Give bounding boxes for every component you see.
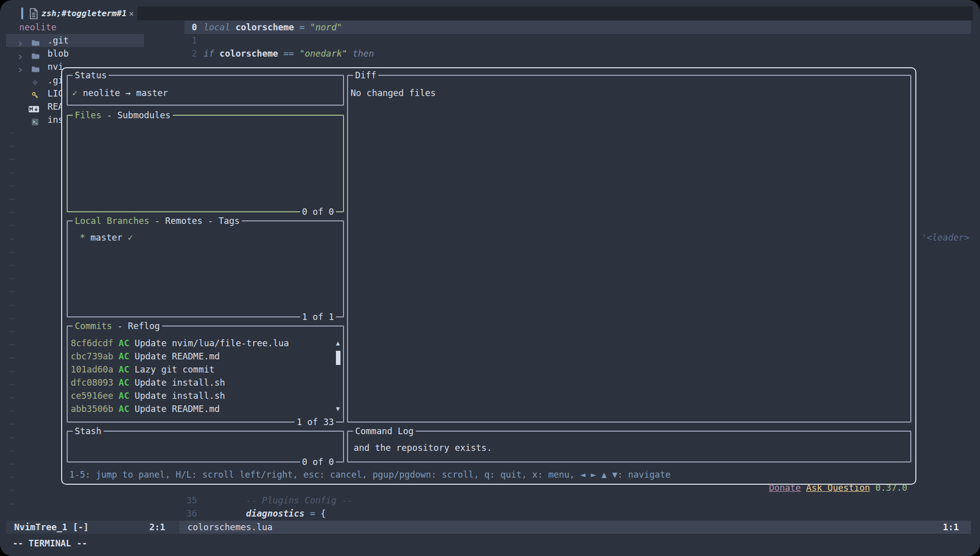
tree-item-git[interactable]: .git (0, 34, 182, 47)
commit-spacer (129, 351, 135, 361)
check-icon: ✓ (72, 88, 78, 98)
commit-row[interactable]: 101ad60a AC Lazy git commit (71, 363, 215, 376)
empty-line-tilde: ~ (9, 418, 15, 431)
command-log-panel[interactable]: Command Log and the repository exists. (347, 431, 911, 462)
code-token: = (305, 508, 321, 519)
line-number: 1 (172, 34, 197, 47)
code-token: = (294, 22, 310, 32)
diff-panel[interactable]: Diff No changed files (347, 75, 911, 423)
commit-spacer (129, 404, 135, 414)
line-number: 36 (172, 507, 197, 520)
mode-indicator: -- TERMINAL -- (13, 537, 87, 550)
empty-line-tilde: ~ (9, 457, 15, 471)
files-panel-title: Files - Submodules (73, 109, 173, 122)
code-token: if (204, 49, 220, 59)
code-token: diagnostics (246, 508, 305, 519)
tree-item-label: .git (47, 34, 69, 47)
tab-title[interactable]: zsh;#toggleterm#1 (41, 7, 127, 20)
app-window: zsh;#toggleterm#1 × neolite.gitblobnvi.g… (0, 0, 980, 556)
empty-line-tilde: ~ (9, 431, 15, 444)
commit-spacer (113, 404, 119, 414)
status-panel-title: Status (73, 69, 109, 82)
commit-message: Update README.md (134, 351, 220, 361)
empty-line-tilde: ~ (9, 497, 15, 511)
code-line: diagnostics = { (246, 507, 326, 520)
code-token: "onedark" (300, 49, 348, 59)
empty-line-tilde: ~ (9, 233, 15, 246)
empty-line-tilde: ~ (9, 193, 15, 206)
statusline-tree-cursor-pos: 2:1 (149, 521, 165, 534)
commits-scrollbar-thumb[interactable] (336, 351, 340, 365)
status-panel[interactable]: Status ✓ neolite → master (67, 75, 344, 106)
branch-row[interactable]: * master ✓ (80, 231, 133, 244)
empty-line-tilde: ~ (9, 246, 15, 259)
line-number: 0 (172, 21, 197, 34)
commit-author-flags: AC (119, 364, 129, 375)
donate-link[interactable]: Donate (769, 483, 801, 493)
diff-panel-title: Diff (353, 69, 378, 82)
scroll-up-icon[interactable]: ▲ (334, 337, 341, 350)
command-log-message: and the repository exists. (354, 441, 492, 454)
commit-message: Update install.sh (134, 391, 225, 401)
commit-row[interactable]: 8cf6dcdf AC Update nvim/lua/file-tree.lu… (71, 337, 289, 350)
statusline-file-pos: 1:1 (943, 521, 959, 534)
empty-line-tilde: ~ (9, 206, 15, 219)
commit-row[interactable]: dfc08093 AC Update install.sh (71, 376, 225, 389)
commit-author-flags: AC (119, 391, 129, 401)
version-label: 0.37.0 (875, 483, 907, 493)
empty-line-tilde: ~ (9, 312, 15, 325)
files-count: 0 of 0 (300, 205, 336, 218)
commits-panel-title: Commits - Reflog (73, 319, 162, 333)
commits-panel[interactable]: Commits - Reflog ▲ ▼ 1 of 33 8cf6dcdf AC… (67, 326, 344, 423)
commit-spacer (113, 378, 119, 388)
editor-overflow-text: '<leader> (921, 231, 969, 244)
files-panel[interactable]: Files - Submodules 0 of 0 (67, 115, 344, 212)
commit-spacer (129, 338, 135, 348)
empty-line-tilde: ~ (9, 378, 15, 391)
code-line: -- Plugins Config -- (246, 494, 353, 507)
neovim-frame: zsh;#toggleterm#1 × neolite.gitblobnvi.g… (0, 0, 980, 556)
empty-line-tilde: ~ (9, 166, 15, 179)
commit-message: Update nvim/lua/file-tree.lua (134, 338, 289, 348)
commit-author-flags: AC (119, 338, 129, 348)
stash-panel-title: Stash (73, 425, 104, 438)
tree-root[interactable]: neolite (0, 21, 182, 34)
commit-hash: 8cf6dcdf (71, 338, 113, 348)
stash-panel[interactable]: Stash 0 of 0 (67, 431, 344, 462)
close-icon[interactable]: × (129, 7, 134, 20)
commit-spacer (113, 364, 119, 375)
line-number: 2 (172, 47, 197, 60)
commit-row[interactable]: abb3506b AC Update README.md (71, 402, 220, 415)
statusline-buffer-name: NvimTree_1 [-] (14, 521, 89, 534)
empty-line-tilde: ~ (9, 484, 15, 497)
empty-line-tilde: ~ (9, 272, 15, 285)
branches-panel[interactable]: Local Branches - Remotes - Tags * master… (67, 220, 344, 317)
commit-row[interactable]: ce5916ee AC Update install.sh (71, 389, 225, 402)
empty-line-tilde: ~ (9, 126, 15, 140)
code-token: colorscheme (220, 49, 278, 59)
empty-line-tilde: ~ (9, 404, 15, 418)
code-token: { (321, 508, 326, 519)
code-line: local colorscheme = "nord" (204, 21, 342, 34)
ask-question-link[interactable]: Ask Question (806, 483, 870, 493)
empty-line-tilde: ~ (9, 351, 15, 364)
commit-hash: dfc08093 (71, 378, 113, 388)
branches-panel-title: Local Branches - Remotes - Tags (73, 214, 242, 227)
commit-author-flags: AC (119, 351, 129, 361)
commit-hash: cbc739ab (71, 351, 113, 361)
empty-line-tilde: ~ (9, 153, 15, 166)
scroll-down-icon[interactable]: ▼ (334, 402, 341, 415)
tabline-fill (137, 7, 973, 20)
commit-hash: abb3506b (71, 404, 113, 414)
keybindings-help: 1-5: jump to panel, H/L: scroll left/rig… (69, 468, 671, 481)
commit-row[interactable]: cbc739ab AC Update README.md (71, 350, 220, 363)
empty-line-tilde: ~ (9, 325, 15, 338)
statusline: NvimTree_1 [-] 2:1 colorschemes.lua 1:1 (6, 521, 971, 534)
tree-item-blob[interactable]: blob (0, 47, 182, 60)
file-icon (29, 8, 38, 21)
commit-spacer (129, 378, 135, 388)
commit-spacer (113, 351, 119, 361)
code-token: "nord" (310, 22, 342, 32)
empty-line-tilde: ~ (9, 259, 15, 272)
statusline-filename: colorschemes.lua (187, 521, 273, 534)
